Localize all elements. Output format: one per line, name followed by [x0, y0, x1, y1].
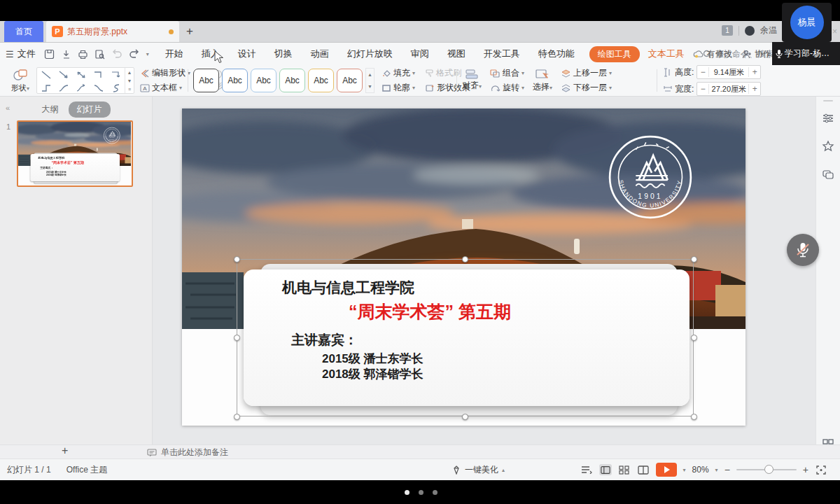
outline-button[interactable]: 轮廓▾ — [382, 82, 415, 94]
redo-icon[interactable] — [129, 49, 140, 59]
tab-drawing-tools[interactable]: 绘图工具 — [589, 46, 640, 62]
collapse-panel-icon[interactable]: « — [6, 104, 10, 112]
collaborate-button[interactable]: 协作 — [742, 48, 771, 60]
overlay-close-icon[interactable]: × — [832, 27, 837, 36]
slide-1[interactable]: 1901 SHANDONG UNIVERSITY 机电与信息工程学院 “周末学术… — [182, 108, 746, 426]
menu-start[interactable]: 开始 — [156, 43, 192, 65]
width-increase-button[interactable]: + — [748, 84, 760, 94]
menu-review[interactable]: 审阅 — [402, 43, 438, 65]
tab-slides[interactable]: 幻灯片 — [69, 102, 111, 118]
text-box-button[interactable]: A 文本框▾ — [140, 82, 190, 94]
shape-style-black[interactable]: Abc — [193, 69, 219, 92]
menu-animation[interactable]: 动画 — [302, 43, 338, 65]
bring-forward-button[interactable]: 上移一层▾ — [561, 67, 612, 79]
normal-view-icon[interactable] — [599, 464, 612, 475]
export-icon[interactable] — [61, 49, 71, 59]
height-increase-button[interactable]: + — [748, 67, 760, 77]
shape-option-curve-arrow[interactable] — [72, 81, 90, 94]
slide-sorter-icon[interactable] — [618, 464, 631, 475]
tab-text-tools[interactable]: 文本工具 — [640, 48, 693, 60]
zoom-out-button[interactable]: − — [724, 464, 730, 475]
file-menu[interactable]: ☰ 文件 — [0, 48, 43, 60]
selection-handle-ne[interactable] — [691, 256, 697, 262]
selection-handle-se[interactable] — [691, 414, 697, 420]
slideshow-play-button[interactable] — [656, 463, 677, 477]
shape-option-elbow2[interactable] — [37, 81, 55, 94]
tab-outline[interactable]: 大纲 — [42, 104, 59, 115]
zoom-slider[interactable] — [736, 469, 797, 470]
tab-current-file[interactable]: P 第五期背景.pptx — [46, 21, 179, 42]
shape-option-double-arrow[interactable] — [72, 68, 90, 81]
shape-style-lightblue[interactable]: Abc — [251, 69, 276, 92]
menu-devtools[interactable]: 开发工具 — [475, 43, 529, 65]
zoom-level[interactable]: 80% — [692, 465, 709, 475]
account-avatar-icon[interactable] — [745, 26, 755, 36]
fill-button[interactable]: 填充▾ — [382, 67, 415, 79]
slide-thumbnail[interactable]: 1901 SHANDONG UNIVERSITY 机电与信息工程学院 “周末学术… — [17, 120, 133, 187]
menu-features[interactable]: 特色功能 — [529, 43, 584, 65]
selection-handle-e[interactable] — [691, 335, 697, 341]
selection-handle-nw[interactable] — [234, 256, 240, 262]
shape-option-line[interactable] — [37, 68, 55, 81]
selection-handle-w[interactable] — [234, 335, 240, 341]
guests-label[interactable]: 主讲嘉宾： — [291, 331, 358, 349]
menu-transition[interactable]: 切换 — [265, 43, 302, 65]
fit-to-window-icon[interactable] — [815, 464, 827, 475]
print-preview-icon[interactable] — [94, 49, 105, 59]
guest-line[interactable]: 2015级 潘士东学长 — [322, 351, 424, 367]
print-icon[interactable] — [78, 49, 88, 59]
shape-style-orange[interactable]: Abc — [308, 69, 334, 92]
notes-toggle-icon[interactable] — [580, 464, 593, 475]
sync-status[interactable]: 有修改 — [693, 48, 732, 60]
shape-option-elbow[interactable] — [90, 68, 107, 81]
menu-view[interactable]: 视图 — [438, 43, 475, 65]
notes-input[interactable]: 单击此处添加备注 — [147, 447, 228, 458]
shape-option-scurve[interactable] — [90, 81, 107, 94]
open-docs-badge[interactable]: 1 — [722, 25, 733, 36]
event-title[interactable]: “周末学术荟” 第五期 — [349, 300, 511, 323]
shape-option-freeform[interactable] — [107, 81, 125, 94]
style-scroll-down-icon[interactable]: ▼ — [366, 80, 374, 92]
align-button[interactable]: 对齐▾ — [462, 69, 482, 92]
play-options-dropdown-icon[interactable]: ▾ — [683, 467, 686, 473]
theme-name[interactable]: Office 主题 — [66, 464, 107, 476]
height-value[interactable]: 9.14厘米 — [709, 67, 748, 78]
animation-pane-icon[interactable] — [822, 168, 834, 181]
style-scroll-up-icon[interactable]: ▲ — [366, 69, 374, 80]
selection-handle-sw[interactable] — [234, 414, 240, 420]
effects-star-icon[interactable] — [822, 140, 834, 153]
shape-style-green[interactable]: Abc — [279, 69, 305, 92]
zoom-in-button[interactable]: + — [803, 464, 808, 475]
add-slide-button[interactable]: + — [62, 444, 68, 457]
edit-shape-button[interactable]: 编辑形状▾ — [140, 67, 190, 79]
width-decrease-button[interactable]: − — [697, 84, 709, 94]
menu-slideshow[interactable]: 幻灯片放映 — [338, 43, 402, 65]
width-value[interactable]: 27.20厘米 — [709, 84, 748, 94]
save-icon[interactable] — [44, 49, 55, 59]
account-name[interactable]: 余温 — [760, 24, 777, 36]
editing-canvas[interactable]: 1901 SHANDONG UNIVERSITY 机电与信息工程学院 “周末学术… — [153, 97, 816, 444]
guest-line[interactable]: 2018级 郭泽锴学长 — [322, 366, 424, 382]
rotate-button[interactable]: 旋转▾ — [490, 82, 524, 94]
selection-handle-s[interactable] — [462, 414, 468, 420]
undo-icon[interactable] — [111, 49, 122, 59]
meeting-participant-overlay[interactable]: 杨晨 — [782, 3, 832, 42]
title-card[interactable]: 机电与信息工程学院 “周末学术荟” 第五期 主讲嘉宾： 2015级 潘士东学长 … — [31, 154, 120, 181]
tab-home[interactable]: 首页 — [4, 21, 43, 42]
group-button[interactable]: 组合▾ — [490, 67, 524, 79]
send-backward-button[interactable]: 下移一层▾ — [561, 82, 612, 94]
shapes-button[interactable]: 形状▾ — [4, 69, 36, 93]
menu-insert[interactable]: 插入 — [192, 43, 229, 65]
gallery-more-icon[interactable]: ≡ — [125, 85, 134, 93]
shape-option-curve[interactable] — [55, 81, 72, 94]
shape-style-red[interactable]: Abc — [337, 69, 363, 92]
zoom-dropdown-icon[interactable]: ▾ — [715, 467, 718, 473]
height-decrease-button[interactable]: − — [697, 67, 709, 77]
reading-view-icon[interactable] — [637, 464, 650, 475]
shape-option-arrow[interactable] — [55, 68, 72, 81]
new-tab-button[interactable]: + — [179, 21, 200, 42]
university-logo[interactable]: 1901 SHANDONG UNIVERSITY — [607, 134, 694, 220]
rail-drag-handle[interactable] — [823, 100, 833, 102]
muted-mic-float-button[interactable] — [787, 234, 819, 266]
select-button[interactable]: 选择▾ — [533, 69, 552, 93]
